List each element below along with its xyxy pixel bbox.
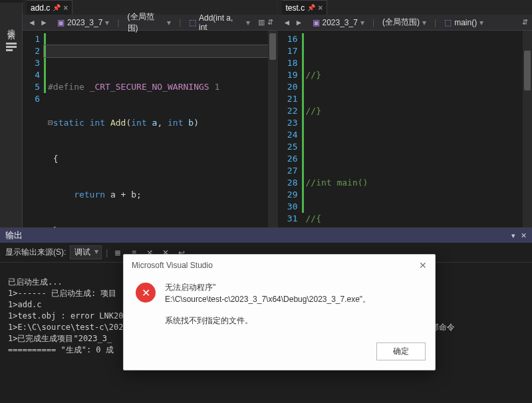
cube-icon: ⬚ <box>444 18 452 27</box>
error-dialog: Microsoft Visual Studio ✕ ✕ 无法启动程序" E:\C… <box>123 254 436 370</box>
nav-back-icon[interactable]: ◄ <box>282 17 293 28</box>
nav-fwd-icon[interactable]: ► <box>39 17 49 28</box>
output-source-select[interactable]: 调试 ▾ <box>70 245 102 259</box>
nav-back-icon[interactable]: ◄ <box>27 17 37 28</box>
crumb-scope[interactable]: (全局范围) ▾ <box>380 17 429 28</box>
dialog-message: 无法启动程序" E:\C\source\test-c\2023_3_7\x64\… <box>165 281 370 327</box>
chevron-down-icon: ▾ <box>479 18 483 27</box>
gutter-left: 1 2 3 4 5 6 <box>23 31 44 227</box>
crumb-function[interactable]: ⬚ main() ▾ <box>442 18 486 27</box>
output-title: 输出 <box>5 229 23 241</box>
crumb-function[interactable]: ⬚ Add(int a, int ▾ <box>186 13 252 32</box>
current-line-highlight <box>44 45 268 57</box>
crumb-project[interactable]: ▣ 2023_3_7 ▾ <box>310 18 367 27</box>
chevron-down-icon: ▾ <box>105 18 109 27</box>
updown-icon[interactable]: ⇵ <box>522 18 528 27</box>
close-icon[interactable]: ✕ <box>419 260 427 271</box>
chevron-down-icon: ▾ <box>422 18 426 27</box>
cube-icon: ▣ <box>313 18 320 27</box>
pin-icon[interactable]: 📌 <box>53 4 61 11</box>
crumb-project[interactable]: ▣ 2023_3_7 ▾ <box>55 18 112 27</box>
left-side-strip: 搜索 <box>0 3 23 227</box>
dropdown-icon[interactable]: ▾ <box>511 231 515 240</box>
close-icon[interactable]: × <box>63 3 68 13</box>
error-icon: ✕ <box>136 283 156 303</box>
tab-test-c[interactable]: test.c 📌 × <box>282 0 328 15</box>
pin-icon[interactable]: 📌 <box>307 4 315 11</box>
dialog-title-bar[interactable]: Microsoft Visual Studio ✕ <box>124 255 435 276</box>
nav-sep: | <box>117 18 119 27</box>
toolbar-btn-1[interactable]: ≣ <box>112 247 124 259</box>
vs-tool-icon[interactable] <box>5 41 18 52</box>
gutter-right: 1617 1819 2021 2223 2425 2627 2829 3031 <box>278 31 302 227</box>
navbar-left: ◄ ► ▣ 2023_3_7 ▾ | (全局范围) ▾ | ⬚ Add(int … <box>23 15 277 31</box>
editor-pane-test-c: test.c 📌 × ◄ ► ▣ 2023_3_7 ▾ | (全局范围) ▾ | <box>277 0 533 227</box>
code-area-left[interactable]: 1 2 3 4 5 6 #define _CRT_SECURE_NO_WARNI… <box>23 31 277 227</box>
tab-label: add.c <box>31 3 50 13</box>
updown-icon[interactable]: ⇵ <box>267 18 273 27</box>
tabbar-right: test.c 📌 × <box>278 0 533 15</box>
ok-button[interactable]: 确定 <box>376 342 426 360</box>
output-title-bar[interactable]: 输出 ▾ ✕ <box>0 228 532 243</box>
cube-icon: ▣ <box>57 18 65 27</box>
code-right[interactable]: //} //} //int main() //{ // · int i = 0;… <box>302 31 533 227</box>
editor-area: add.c 📌 × ◄ ► ▣ 2023_3_7 ▾ | (全局范围) ▾ | … <box>23 0 532 227</box>
nav-fwd-icon[interactable]: ► <box>294 17 305 28</box>
search-vertical-label[interactable]: 搜索 <box>5 23 17 28</box>
scrollbar[interactable] <box>268 31 277 227</box>
tab-label: test.c <box>286 3 305 13</box>
scrollbar[interactable] <box>523 31 532 227</box>
code-left[interactable]: #define _CRT_SECURE_NO_WARNINGS 1 ⊟stati… <box>44 31 277 227</box>
editor-pane-add-c: add.c 📌 × ◄ ► ▣ 2023_3_7 ▾ | (全局范围) ▾ | … <box>23 0 277 227</box>
output-source-label: 显示输出来源(S): <box>5 247 66 258</box>
code-area-right[interactable]: 1617 1819 2021 2223 2425 2627 2829 3031 … <box>278 31 533 227</box>
split-icon[interactable]: ▥ <box>258 18 265 27</box>
close-icon[interactable]: ✕ <box>521 231 527 240</box>
nav-sep: | <box>179 18 181 27</box>
chevron-down-icon: ▾ <box>167 18 171 27</box>
cube-icon: ⬚ <box>189 18 196 27</box>
dialog-title: Microsoft Visual Studio <box>132 261 213 270</box>
chevron-down-icon: ▾ <box>94 247 98 256</box>
chevron-down-icon: ▾ <box>246 18 250 27</box>
tab-add-c[interactable]: add.c 📌 × <box>27 0 72 15</box>
close-icon[interactable]: × <box>318 3 323 13</box>
chevron-down-icon: ▾ <box>360 18 364 27</box>
navbar-right: ◄ ► ▣ 2023_3_7 ▾ | (全局范围) ▾ | ⬚ main() ▾… <box>278 15 533 31</box>
